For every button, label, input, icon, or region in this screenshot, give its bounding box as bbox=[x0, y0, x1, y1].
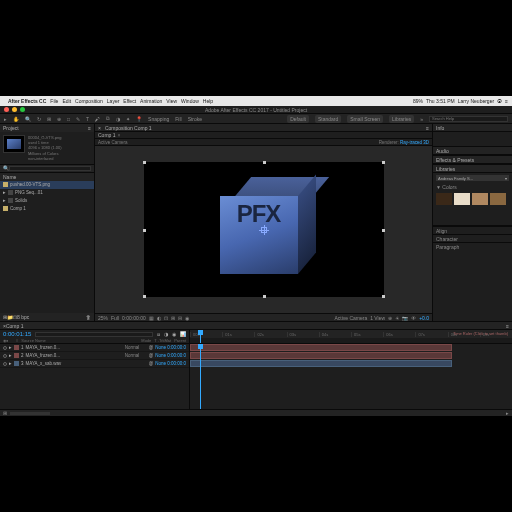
guides-icon[interactable]: ⊟ bbox=[178, 315, 182, 321]
shape-tool-icon[interactable]: □ bbox=[67, 116, 70, 122]
paragraph-panel-tab[interactable]: Paragraph bbox=[433, 242, 512, 250]
workspace-libraries[interactable]: Libraries bbox=[389, 115, 414, 123]
parent-dropdown[interactable]: None bbox=[155, 361, 165, 366]
menu-view[interactable]: View bbox=[166, 98, 177, 104]
stroke-label[interactable]: Stroke bbox=[188, 116, 202, 122]
effects-panel-tab[interactable]: Effects & Presets bbox=[433, 156, 512, 164]
pan-behind-tool-icon[interactable]: ⊕ bbox=[57, 116, 61, 122]
transform-handle[interactable] bbox=[382, 229, 385, 232]
help-search-input[interactable] bbox=[429, 116, 508, 122]
snapshot-icon[interactable]: 📷 bbox=[402, 315, 408, 321]
timeline-tracks[interactable] bbox=[190, 344, 512, 409]
layer-in-time[interactable]: 0:00:00:0 bbox=[167, 345, 186, 350]
disclosure-triangle-icon[interactable]: ▸ bbox=[3, 198, 6, 203]
transparency-grid-icon[interactable]: ▦ bbox=[149, 315, 154, 321]
project-item[interactable]: Comp 1 bbox=[0, 205, 94, 213]
grid-icon[interactable]: ⊞ bbox=[171, 315, 175, 321]
comp-tab[interactable]: Comp 1× bbox=[98, 132, 120, 138]
menu-file[interactable]: File bbox=[50, 98, 58, 104]
blend-mode-dropdown[interactable]: Normal bbox=[125, 345, 147, 350]
composition-panel-label[interactable]: Composition Comp 1 bbox=[105, 125, 152, 131]
blend-mode-dropdown[interactable]: Normal bbox=[125, 353, 147, 358]
workspace-standard[interactable]: Standard bbox=[315, 115, 341, 123]
library-selector[interactable]: Andreas Family S...▾ bbox=[436, 175, 509, 181]
zoom-window-button[interactable] bbox=[20, 107, 25, 112]
roi-icon[interactable]: ⊡ bbox=[164, 315, 168, 321]
visibility-toggle-icon[interactable] bbox=[3, 346, 7, 350]
audio-panel-tab[interactable]: Audio bbox=[433, 147, 512, 155]
transform-handle[interactable] bbox=[382, 295, 385, 298]
minimize-window-button[interactable] bbox=[12, 107, 17, 112]
menu-layer[interactable]: Layer bbox=[107, 98, 120, 104]
project-item[interactable]: pushed.00-VTS.png bbox=[0, 181, 94, 189]
panel-menu-icon[interactable]: ≡ bbox=[426, 125, 429, 131]
layer-label-icon[interactable] bbox=[14, 353, 19, 358]
composition-viewer[interactable]: PFX bbox=[95, 146, 432, 313]
zoom-dropdown[interactable]: 25% bbox=[98, 315, 108, 321]
disclosure-triangle-icon[interactable]: ▸ bbox=[9, 345, 12, 350]
transform-handle[interactable] bbox=[263, 161, 266, 164]
battery-status[interactable]: 89% bbox=[413, 98, 423, 104]
workspace-default[interactable]: Default bbox=[287, 115, 309, 123]
menu-composition[interactable]: Composition bbox=[75, 98, 103, 104]
graph-editor-icon[interactable]: 📊 bbox=[180, 331, 186, 337]
menu-animation[interactable]: Animation bbox=[140, 98, 162, 104]
layer-row[interactable]: ▸1MAYA_frozen.0...Normal@None0:00:00:0 bbox=[0, 344, 189, 352]
color-swatch[interactable] bbox=[436, 193, 452, 205]
pickwhip-icon[interactable]: @ bbox=[149, 361, 154, 366]
pen-tool-icon[interactable]: ✎ bbox=[76, 116, 80, 122]
menu-help[interactable]: Help bbox=[203, 98, 213, 104]
trkmat-column-header[interactable]: T .TrkMat bbox=[154, 338, 171, 343]
layer-in-time[interactable]: 0:00:00:0 bbox=[167, 353, 186, 358]
user-name[interactable]: Larry Neuberger bbox=[458, 98, 494, 104]
clock[interactable]: Thu 3:51 PM bbox=[426, 98, 455, 104]
layer-row[interactable]: ▸3MAYA_x_sab.wav@None0:00:00:0 bbox=[0, 360, 189, 368]
resolution-dropdown[interactable]: Full bbox=[111, 315, 119, 321]
viewer-timecode[interactable]: 0:00:00:00 bbox=[122, 315, 146, 321]
app-menu[interactable]: After Effects CC bbox=[8, 98, 46, 104]
colors-section-label[interactable]: ▼ Colors bbox=[433, 183, 512, 191]
zoom-tool-icon[interactable]: 🔍 bbox=[25, 116, 31, 122]
layer-in-time[interactable]: 0:00:00:0 bbox=[167, 361, 186, 366]
fill-label[interactable]: Fill bbox=[175, 116, 181, 122]
comp-frame[interactable]: PFX bbox=[144, 162, 384, 297]
playhead[interactable] bbox=[200, 330, 201, 343]
project-item[interactable]: ▸PNG Seq...01 bbox=[0, 189, 94, 197]
text-tool-icon[interactable]: T bbox=[86, 116, 89, 122]
puppet-tool-icon[interactable]: 📍 bbox=[136, 116, 142, 122]
eraser-tool-icon[interactable]: ◑ bbox=[116, 116, 120, 122]
layer-label-icon[interactable] bbox=[14, 361, 19, 366]
selection-tool-icon[interactable]: ▸ bbox=[4, 116, 7, 122]
transform-handle[interactable] bbox=[143, 295, 146, 298]
snapping-toggle[interactable]: Snapping bbox=[148, 116, 169, 122]
timeline-search-input[interactable] bbox=[35, 332, 153, 337]
visibility-toggle-icon[interactable] bbox=[3, 354, 7, 358]
menu-window[interactable]: Window bbox=[181, 98, 199, 104]
close-window-button[interactable] bbox=[4, 107, 9, 112]
spotlight-icon[interactable]: ⦿ bbox=[497, 98, 502, 104]
active-camera-dropdown[interactable]: Active Camera bbox=[98, 140, 128, 145]
source-column-header[interactable]: Source Name bbox=[21, 338, 138, 343]
pickwhip-icon[interactable]: @ bbox=[149, 345, 154, 350]
layer-name[interactable]: MAYA_x_sab.wav bbox=[26, 361, 123, 366]
color-swatch[interactable] bbox=[454, 193, 470, 205]
layer-bar[interactable] bbox=[190, 360, 452, 367]
project-panel-tab[interactable]: Project bbox=[3, 125, 19, 131]
frame-blend-toggle-icon[interactable]: ◑ bbox=[164, 331, 168, 337]
layer-bar[interactable] bbox=[190, 344, 452, 351]
character-panel-tab[interactable]: Character bbox=[433, 234, 512, 242]
panel-menu-icon[interactable]: ≡ bbox=[88, 125, 91, 131]
motion-blur-toggle-icon[interactable]: ◉ bbox=[172, 331, 176, 337]
color-swatch[interactable] bbox=[472, 193, 488, 205]
close-tab-icon[interactable]: × bbox=[118, 132, 121, 138]
parent-dropdown[interactable]: None bbox=[155, 345, 165, 350]
playhead-line[interactable] bbox=[200, 344, 201, 409]
views-dropdown[interactable]: 1 View bbox=[370, 315, 385, 321]
parent-column-header[interactable]: Parent bbox=[174, 338, 186, 343]
parent-dropdown[interactable]: None bbox=[155, 353, 165, 358]
disclosure-triangle-icon[interactable]: ▸ bbox=[9, 361, 12, 366]
renderer-value[interactable]: Ray-traced 3D bbox=[400, 140, 429, 145]
menu-extras-icon[interactable]: ≡ bbox=[505, 98, 508, 104]
visibility-toggle-icon[interactable] bbox=[3, 362, 7, 366]
delete-icon[interactable]: 🗑 bbox=[86, 314, 91, 320]
